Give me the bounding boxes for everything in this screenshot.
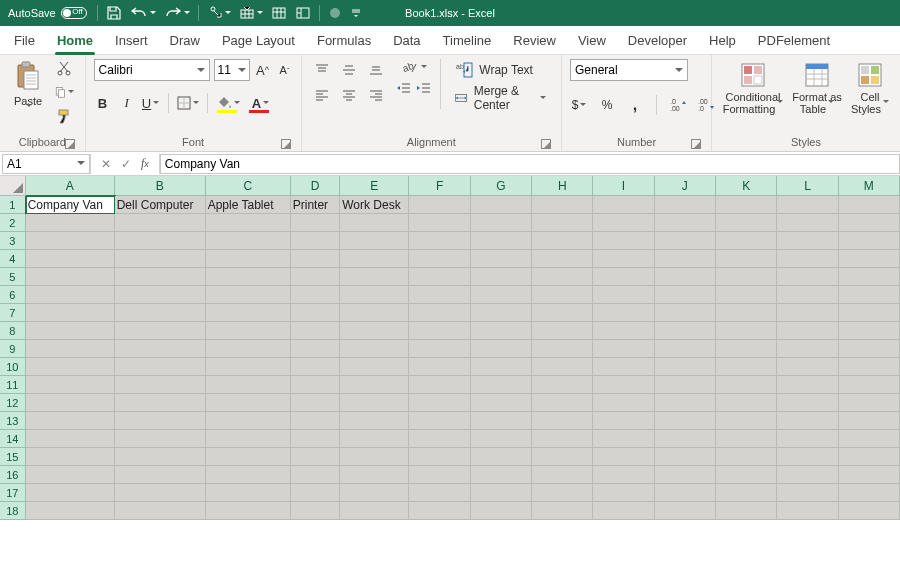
- column-header[interactable]: D: [291, 176, 340, 196]
- cell[interactable]: [655, 358, 716, 376]
- cell[interactable]: [839, 340, 900, 358]
- cell[interactable]: [115, 250, 206, 268]
- format-painter-icon[interactable]: [54, 107, 74, 125]
- cell[interactable]: [593, 466, 654, 484]
- conditional-formatting-button[interactable]: Conditional Formatting: [720, 59, 786, 115]
- cell[interactable]: [206, 448, 291, 466]
- autosave-toggle[interactable]: AutoSave Off: [8, 7, 87, 19]
- cell[interactable]: [655, 304, 716, 322]
- cell[interactable]: [409, 466, 470, 484]
- increase-decimal-icon[interactable]: .0.00: [669, 95, 687, 115]
- column-header[interactable]: M: [839, 176, 900, 196]
- cell[interactable]: [655, 394, 716, 412]
- cell[interactable]: [471, 484, 532, 502]
- cell[interactable]: [26, 484, 115, 502]
- increase-indent-icon[interactable]: [416, 81, 432, 95]
- cell[interactable]: [206, 484, 291, 502]
- cell[interactable]: [532, 502, 593, 520]
- cell[interactable]: [409, 304, 470, 322]
- cell[interactable]: [291, 232, 340, 250]
- cell[interactable]: [716, 232, 777, 250]
- decrease-decimal-icon[interactable]: .00.0: [697, 95, 715, 115]
- fill-color-button[interactable]: [216, 93, 242, 113]
- tab-insert[interactable]: Insert: [113, 27, 150, 54]
- cell[interactable]: [839, 412, 900, 430]
- cell[interactable]: [716, 322, 777, 340]
- cell[interactable]: [26, 322, 115, 340]
- cell[interactable]: [655, 484, 716, 502]
- cell[interactable]: [471, 304, 532, 322]
- cell[interactable]: [206, 286, 291, 304]
- cell[interactable]: [839, 268, 900, 286]
- cancel-formula-icon[interactable]: ✕: [101, 157, 111, 171]
- cell[interactable]: [655, 448, 716, 466]
- cell[interactable]: [716, 304, 777, 322]
- tab-timeline[interactable]: Timeline: [441, 27, 494, 54]
- cell[interactable]: [471, 448, 532, 466]
- cell[interactable]: [593, 340, 654, 358]
- tab-page-layout[interactable]: Page Layout: [220, 27, 297, 54]
- underline-button[interactable]: U: [142, 93, 160, 113]
- row-header[interactable]: 16: [0, 466, 26, 484]
- cell[interactable]: [716, 502, 777, 520]
- align-right-icon[interactable]: [364, 84, 388, 106]
- cell[interactable]: [593, 232, 654, 250]
- cell[interactable]: [716, 484, 777, 502]
- row-header[interactable]: 1: [0, 196, 26, 214]
- cell[interactable]: [777, 466, 838, 484]
- cell[interactable]: [655, 322, 716, 340]
- cell[interactable]: Printer: [291, 196, 340, 214]
- cell[interactable]: [291, 502, 340, 520]
- cell[interactable]: [716, 394, 777, 412]
- cell[interactable]: [471, 358, 532, 376]
- cell[interactable]: [655, 250, 716, 268]
- cell[interactable]: [532, 196, 593, 214]
- qat-icon-5[interactable]: [328, 6, 342, 20]
- cell[interactable]: [593, 214, 654, 232]
- cell[interactable]: [409, 232, 470, 250]
- cell[interactable]: [839, 196, 900, 214]
- row-header[interactable]: 11: [0, 376, 26, 394]
- row-header[interactable]: 9: [0, 340, 26, 358]
- cell[interactable]: [26, 358, 115, 376]
- worksheet-grid[interactable]: ABCDEFGHIJKLM 1Company VanDell ComputerA…: [0, 176, 900, 520]
- cell[interactable]: [532, 412, 593, 430]
- comma-style-button[interactable]: ,: [626, 95, 644, 115]
- align-middle-icon[interactable]: [337, 59, 361, 81]
- cell[interactable]: [777, 250, 838, 268]
- cell[interactable]: [340, 502, 409, 520]
- cell[interactable]: [26, 466, 115, 484]
- cell[interactable]: [532, 286, 593, 304]
- row-header[interactable]: 17: [0, 484, 26, 502]
- tab-view[interactable]: View: [576, 27, 608, 54]
- cell[interactable]: [471, 214, 532, 232]
- save-icon[interactable]: [106, 5, 122, 21]
- qat-icon-2[interactable]: [239, 5, 263, 21]
- cell[interactable]: [340, 448, 409, 466]
- row-header[interactable]: 6: [0, 286, 26, 304]
- font-color-button[interactable]: A: [248, 93, 274, 113]
- cell[interactable]: [839, 484, 900, 502]
- cell[interactable]: [839, 430, 900, 448]
- cell[interactable]: [340, 340, 409, 358]
- qat-icon-4[interactable]: [295, 5, 311, 21]
- column-header[interactable]: L: [777, 176, 838, 196]
- font-name-select[interactable]: Calibri: [94, 59, 210, 81]
- cell[interactable]: [471, 286, 532, 304]
- cell[interactable]: [115, 466, 206, 484]
- cell[interactable]: [593, 322, 654, 340]
- cell[interactable]: [206, 358, 291, 376]
- cell[interactable]: [206, 466, 291, 484]
- cell[interactable]: [409, 430, 470, 448]
- cell[interactable]: [340, 322, 409, 340]
- cell[interactable]: [291, 466, 340, 484]
- cell[interactable]: [532, 268, 593, 286]
- cell[interactable]: [532, 466, 593, 484]
- increase-font-icon[interactable]: A^: [254, 60, 272, 80]
- cell[interactable]: [593, 250, 654, 268]
- orientation-button[interactable]: ab: [396, 59, 432, 75]
- cell[interactable]: [26, 430, 115, 448]
- cell[interactable]: [655, 196, 716, 214]
- cell[interactable]: [532, 448, 593, 466]
- cell[interactable]: [532, 430, 593, 448]
